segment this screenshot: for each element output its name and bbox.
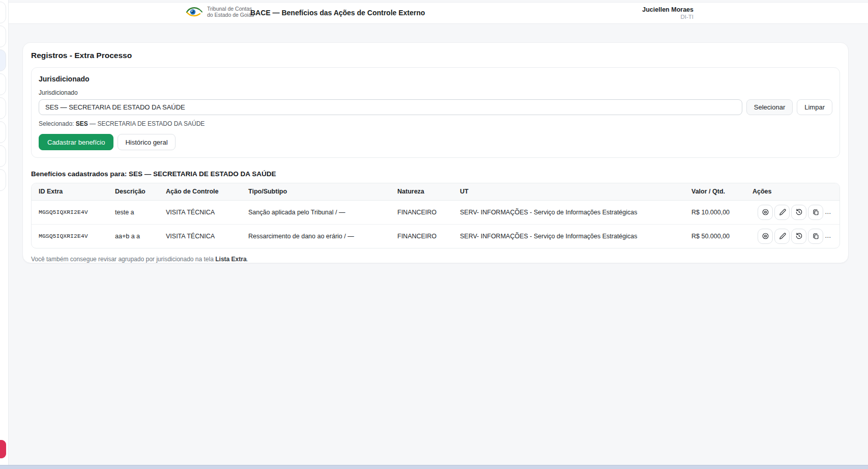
column-header: Valor / Qtd. — [684, 183, 745, 200]
column-header: ID Extra — [32, 183, 108, 200]
table-header-row: ID ExtraDescriçãoAção de ControleTipo/Su… — [32, 183, 840, 200]
cell-descricao: teste a — [108, 200, 159, 224]
selected-rest: — SECRETARIA DE ESTADO DA SAÚDE — [88, 120, 205, 127]
history-button[interactable] — [791, 229, 806, 244]
sidebar-stub-button[interactable] — [0, 145, 6, 167]
footer-note-prefix: Você também consegue revisar agrupado po… — [31, 256, 215, 263]
jurisdicionado-section-title: Jurisdicionado — [39, 75, 832, 83]
view-button[interactable] — [758, 205, 773, 220]
column-header: Tipo/Subtipo — [241, 183, 390, 200]
app-header: Tribunal de Contas do Estado de Goiás BA… — [9, 2, 868, 24]
collapsed-sidebar — [0, 0, 9, 465]
lista-extra-link: Lista Extra — [215, 256, 246, 263]
user-unit: DI-TI — [642, 14, 693, 20]
brand: Tribunal de Contas do Estado de Goiás — [186, 5, 254, 18]
pencil-icon — [778, 232, 786, 240]
brand-line-2: do Estado de Goiás — [207, 12, 254, 18]
history-icon — [795, 208, 803, 216]
column-header: Natureza — [390, 183, 453, 200]
registros-extra-processo-card: Registros - Extra Processo Jurisdicionad… — [22, 42, 849, 263]
page-title: Registros - Extra Processo — [31, 51, 840, 60]
sidebar-stub-button[interactable] — [0, 169, 6, 191]
cell-id-extra: MGSQ5IQXRI2E4V — [32, 200, 108, 224]
tce-go-eye-logo-icon — [186, 5, 203, 18]
cell-descricao: aa+b a a — [108, 224, 159, 248]
cell-valor-qtd: R$ 50.000,00 — [684, 224, 745, 248]
selected-prefix: Selecionado: — [39, 120, 76, 127]
cell-natureza: FINANCEIRO — [390, 200, 453, 224]
historico-geral-button[interactable]: Histórico geral — [118, 134, 175, 150]
cell-acao-de-controle: VISITA TÉCNICA — [159, 224, 241, 248]
cell-natureza: FINANCEIRO — [390, 224, 453, 248]
copy-icon — [812, 232, 820, 240]
table-row: MGSQ5IQXRI2E4Vteste aVISITA TÉCNICASançã… — [32, 200, 840, 224]
brand-text: Tribunal de Contas do Estado de Goiás — [207, 6, 254, 18]
duplicate-button[interactable] — [808, 229, 823, 244]
user-block: Juciellen Moraes DI-TI — [642, 6, 693, 20]
jurisdicionado-panel: Jurisdicionado Jurisdicionado Selecionar… — [31, 67, 840, 158]
pencil-icon — [778, 208, 786, 216]
eye-icon — [762, 232, 769, 240]
selected-code: SES — [76, 120, 88, 127]
column-header: Descrição — [108, 183, 159, 200]
benefits-table-body: MGSQ5IQXRI2E4Vteste aVISITA TÉCNICASançã… — [32, 200, 840, 248]
view-button[interactable] — [758, 229, 773, 244]
footer-note: Você também consegue revisar agrupado po… — [31, 256, 840, 263]
limpar-button[interactable]: Limpar — [797, 99, 832, 115]
column-header: Ações — [745, 183, 840, 200]
sidebar-stub-button[interactable] — [0, 49, 6, 71]
selected-line: Selecionado: SES — SECRETARIA DE ESTADO … — [39, 120, 832, 127]
cell-valor-qtd: R$ 10.000,00 — [684, 200, 745, 224]
column-header: UT — [453, 183, 684, 200]
sidebar-stub-button[interactable] — [0, 121, 6, 143]
benefits-table: ID ExtraDescriçãoAção de ControleTipo/Su… — [31, 183, 840, 249]
sidebar-stub-button[interactable] — [0, 2, 6, 23]
cell-tipo-subtipo: Sanção aplicada pelo Tribunal / — — [241, 200, 390, 224]
cell-acao-de-controle: VISITA TÉCNICA — [159, 200, 241, 224]
footer-note-suffix: . — [247, 256, 248, 263]
duplicate-button[interactable] — [808, 205, 823, 220]
cell-ut: SERV- INFORMAÇÕES - Serviço de Informaçõ… — [453, 200, 684, 224]
brand-line-1: Tribunal de Contas — [207, 6, 254, 12]
selecionar-button[interactable]: Selecionar — [746, 99, 793, 115]
cadastrar-beneficio-button[interactable]: Cadastrar benefício — [39, 134, 113, 150]
cell-tipo-subtipo: Ressarcimento de dano ao erário / — — [241, 224, 390, 248]
jurisdicionado-input[interactable] — [39, 99, 742, 115]
edit-button[interactable] — [774, 205, 790, 220]
jurisdicionado-field-label: Jurisdicionado — [39, 89, 832, 96]
sidebar-stub-button[interactable] — [0, 73, 6, 95]
app-title: BACE — Benefícios das Ações de Controle … — [250, 9, 425, 17]
eye-icon — [762, 208, 769, 216]
history-icon — [795, 232, 803, 240]
user-name: Juciellen Moraes — [642, 6, 693, 13]
sidebar-danger-button[interactable] — [0, 440, 6, 458]
cell-acoes — [745, 224, 840, 248]
cell-acoes — [745, 200, 840, 224]
edit-button[interactable] — [774, 229, 790, 244]
sidebar-stub-button[interactable] — [0, 25, 6, 47]
cell-id-extra: MGSQ5IQXRI2E4V — [32, 224, 108, 248]
copy-icon — [812, 208, 820, 216]
benefits-section-title: Benefícios cadastrados para: SES — SECRE… — [31, 170, 840, 178]
cell-ut: SERV- INFORMAÇÕES - Serviço de Informaçõ… — [453, 224, 684, 248]
history-button[interactable] — [791, 205, 806, 220]
column-header: Ação de Controle — [159, 183, 241, 200]
bottom-scrollbar — [0, 465, 868, 469]
sidebar-stub-button[interactable] — [0, 97, 6, 119]
table-row: MGSQ5IQXRI2E4Vaa+b a aVISITA TÉCNICARess… — [32, 224, 840, 248]
